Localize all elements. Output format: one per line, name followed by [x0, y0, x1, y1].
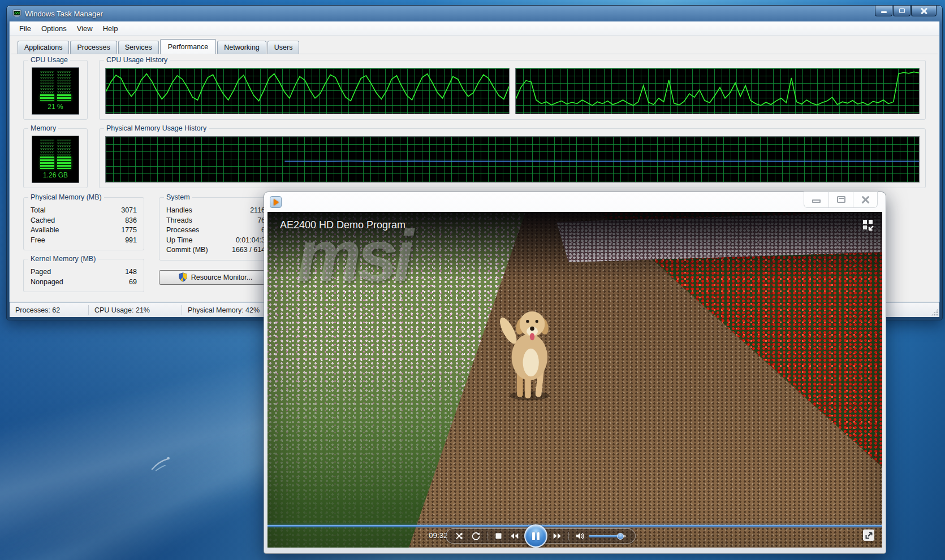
stat-row: Available1775	[31, 225, 137, 236]
repeat-icon[interactable]	[471, 531, 481, 541]
cpu-usage-group: CPU Usage 21 %	[23, 60, 88, 120]
cpu-history-graph-core2	[515, 68, 920, 114]
stop-icon[interactable]	[494, 531, 503, 541]
stat-row: Commit (MB)1663 / 6140	[166, 245, 269, 255]
maximize-icon	[899, 8, 905, 13]
elapsed-time: 09:32	[429, 531, 448, 540]
memory-group: Memory 1.26 GB	[23, 128, 88, 188]
fullscreen-icon	[865, 532, 873, 539]
media-player-window-controls	[804, 192, 878, 208]
tab-networking[interactable]: Networking	[217, 41, 266, 54]
minimize-button[interactable]	[875, 6, 892, 16]
close-icon	[921, 7, 927, 14]
media-player-window: AE2400 HD Demo Program msi 09:32	[264, 192, 886, 554]
physical-memory-group: Physical Memory (MB) Total3071 Cached836…	[23, 197, 144, 250]
divider	[487, 532, 487, 540]
cpu-history-graph-core1	[105, 68, 510, 114]
close-icon	[861, 196, 870, 204]
cpu-usage-meter: 21 %	[32, 67, 79, 115]
menu-bar: File Options View Help	[10, 21, 939, 36]
close-button[interactable]	[853, 192, 877, 207]
stat-row: Threads765	[166, 216, 269, 226]
volume-control	[575, 531, 626, 541]
tab-performance[interactable]: Performance	[160, 39, 217, 54]
maximize-button[interactable]	[893, 6, 911, 16]
menu-help[interactable]: Help	[98, 23, 123, 34]
memory-history-label: Physical Memory Usage History	[104, 124, 209, 132]
task-manager-app-icon	[12, 9, 21, 18]
divider	[568, 532, 569, 540]
memory-history-graph	[105, 136, 920, 183]
tab-processes[interactable]: Processes	[70, 41, 116, 54]
status-cpu-usage: CPU Usage: 21%	[89, 305, 182, 315]
close-button[interactable]	[911, 6, 937, 16]
volume-slider-thumb[interactable]	[617, 533, 624, 540]
wallpaper-flourish	[148, 450, 174, 476]
volume-slider[interactable]	[589, 535, 626, 537]
uac-shield-icon	[179, 272, 187, 282]
play-logo-icon	[270, 196, 282, 208]
physical-memory-label: Physical Memory (MB)	[28, 193, 104, 201]
playback-control-bar: 09:32	[267, 525, 882, 546]
memory-value: 1.26 GB	[43, 171, 68, 179]
media-player-titlebar[interactable]	[267, 192, 882, 212]
kernel-memory-group: Kernel Memory (MB) Paged148 Nonpaged69	[23, 259, 144, 292]
pause-icon	[532, 532, 535, 540]
grid-dock-icon[interactable]	[862, 219, 874, 231]
transport-controls	[446, 528, 636, 544]
system-label: System	[164, 193, 192, 201]
stat-row: Processes62	[166, 225, 269, 236]
stat-row: Free991	[31, 236, 137, 246]
window-title: Windows Task Manager	[25, 10, 103, 18]
stat-row: Paged148	[31, 267, 137, 277]
cpu-history-label: CPU Usage History	[104, 56, 170, 64]
restore-icon	[837, 196, 845, 203]
seek-bar[interactable]	[267, 525, 882, 527]
stat-row: Up Time0:01:04:34	[166, 236, 269, 246]
minimize-icon	[881, 11, 887, 13]
task-manager-titlebar[interactable]: Windows Task Manager	[9, 6, 940, 21]
minimize-button[interactable]	[804, 192, 829, 207]
tab-applications[interactable]: Applications	[18, 41, 69, 54]
tab-services[interactable]: Services	[118, 41, 159, 54]
system-group: System Handles21167 Threads765 Processes…	[159, 197, 277, 261]
window-controls	[874, 6, 937, 16]
restore-button[interactable]	[829, 192, 853, 207]
fast-forward-icon[interactable]	[553, 531, 562, 541]
rewind-icon[interactable]	[510, 531, 519, 541]
video-surface[interactable]: AE2400 HD Demo Program msi 09:32	[267, 212, 882, 548]
dog	[495, 296, 562, 402]
menu-view[interactable]: View	[72, 23, 98, 34]
tab-strip: Applications Processes Services Performa…	[10, 36, 939, 54]
memory-history-group: Physical Memory Usage History	[99, 128, 926, 188]
shuffle-icon[interactable]	[455, 531, 465, 541]
status-processes: Processes: 62	[10, 305, 89, 315]
cpu-usage-value: 21 %	[48, 103, 63, 111]
volume-icon[interactable]	[575, 531, 585, 541]
cpu-history-group: CPU Usage History	[99, 60, 926, 120]
stat-row: Handles21167	[166, 206, 269, 216]
memory-label: Memory	[28, 124, 58, 132]
stat-row: Total3071	[31, 206, 137, 216]
tab-users[interactable]: Users	[267, 41, 300, 54]
menu-options[interactable]: Options	[36, 23, 72, 34]
resource-monitor-button[interactable]: Resource Monitor...	[159, 270, 272, 285]
minimize-icon	[812, 199, 821, 203]
resize-grip[interactable]	[931, 309, 938, 316]
menu-file[interactable]: File	[14, 23, 36, 34]
memory-meter: 1.26 GB	[32, 136, 79, 183]
desktop: Windows Task Manager File Options View H…	[0, 0, 945, 560]
kernel-memory-label: Kernel Memory (MB)	[28, 255, 98, 263]
stat-row: Nonpaged69	[31, 277, 137, 288]
stat-row: Cached836	[31, 216, 137, 226]
cpu-usage-label: CPU Usage	[28, 56, 70, 64]
msi-watermark: msi	[297, 220, 410, 292]
pause-button[interactable]	[524, 524, 547, 548]
fullscreen-button[interactable]	[863, 529, 874, 541]
